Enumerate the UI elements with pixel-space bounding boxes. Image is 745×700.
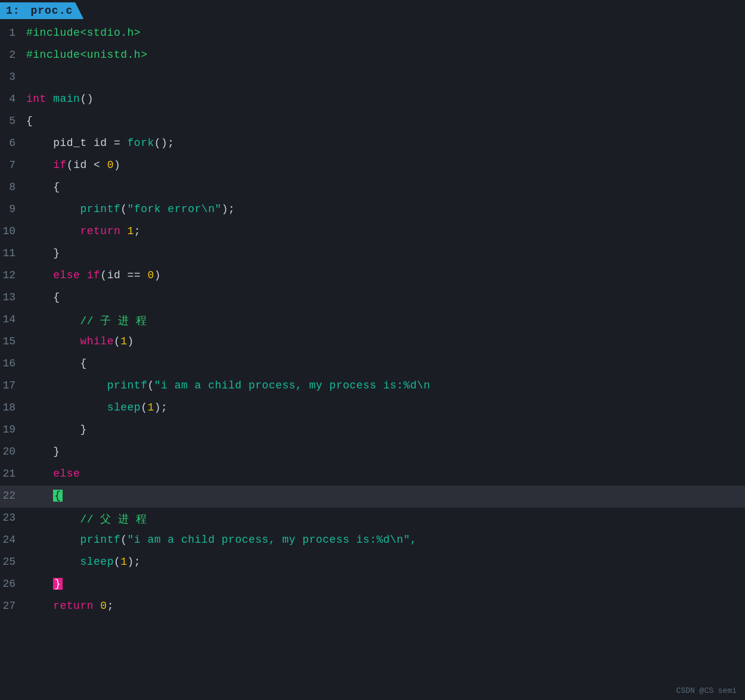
line-content: }	[24, 419, 745, 441]
line-number: 22	[0, 486, 24, 508]
line-content: // 父 进 程	[24, 508, 745, 530]
line-number: 19	[0, 419, 24, 441]
line-number: 10	[0, 221, 24, 243]
code-container: 1#include<stdio.h>2#include<unistd.h>34i…	[0, 23, 745, 618]
code-line: 22 {	[0, 486, 745, 508]
line-number: 7	[0, 155, 24, 177]
line-number: 21	[0, 463, 24, 486]
code-line: 6 pid_t id = fork();	[0, 133, 745, 155]
title-filename: proc.c	[30, 5, 73, 17]
line-content: }	[24, 574, 745, 596]
line-content: {	[24, 353, 745, 375]
code-line: 15 while(1)	[0, 331, 745, 353]
code-line: 4int main()	[0, 89, 745, 111]
line-number: 13	[0, 287, 24, 309]
watermark: CSDN @CS semi	[676, 686, 737, 695]
line-number: 15	[0, 331, 24, 353]
line-number: 27	[0, 596, 24, 618]
line-number: 23	[0, 508, 24, 530]
line-number: 25	[0, 552, 24, 574]
code-line: 7 if(id < 0)	[0, 155, 745, 177]
line-content: }	[24, 243, 745, 265]
code-line: 26 }	[0, 574, 745, 596]
code-line: 12 else if(id == 0)	[0, 265, 745, 287]
line-content: {	[24, 177, 745, 199]
line-content: // 子 进 程	[24, 309, 745, 331]
line-content: return 0;	[24, 596, 745, 618]
line-content: {	[24, 486, 745, 508]
line-content: while(1)	[24, 331, 745, 353]
code-line: 19 }	[0, 419, 745, 441]
code-line: 23 // 父 进 程	[0, 508, 745, 530]
title-tab: 1: proc.c	[0, 2, 83, 19]
line-number: 9	[0, 199, 24, 221]
line-number: 2	[0, 45, 24, 67]
line-content: return 1;	[24, 221, 745, 243]
line-content: }	[24, 441, 745, 463]
line-content: sleep(1);	[24, 397, 745, 419]
line-content	[24, 67, 745, 89]
line-number: 17	[0, 375, 24, 397]
line-number: 1	[0, 23, 24, 45]
line-number: 24	[0, 530, 24, 552]
line-number: 8	[0, 177, 24, 199]
line-number: 5	[0, 111, 24, 133]
code-line: 3	[0, 67, 745, 89]
line-number: 3	[0, 67, 24, 89]
code-line: 1#include<stdio.h>	[0, 23, 745, 45]
code-line: 20 }	[0, 441, 745, 463]
line-number: 18	[0, 397, 24, 419]
line-number: 12	[0, 265, 24, 287]
code-line: 13 {	[0, 287, 745, 309]
code-line: 24 printf("i am a child process, my proc…	[0, 530, 745, 552]
line-content: else	[24, 463, 745, 486]
line-number: 20	[0, 441, 24, 463]
line-content: printf("i am a child process, my process…	[24, 375, 745, 397]
line-content: if(id < 0)	[24, 155, 745, 177]
line-content: sleep(1);	[24, 552, 745, 574]
code-line: 9 printf("fork error\n");	[0, 199, 745, 221]
code-line: 14 // 子 进 程	[0, 309, 745, 331]
line-content: printf("fork error\n");	[24, 199, 745, 221]
code-line: 21 else	[0, 463, 745, 486]
line-content: {	[24, 111, 745, 133]
code-line: 18 sleep(1);	[0, 397, 745, 419]
line-number: 26	[0, 574, 24, 596]
line-number: 6	[0, 133, 24, 155]
line-content: {	[24, 287, 745, 309]
code-line: 16 {	[0, 353, 745, 375]
line-content: #include<unistd.h>	[24, 45, 745, 67]
line-content: pid_t id = fork();	[24, 133, 745, 155]
title-line-num: 1:	[6, 5, 20, 17]
code-line: 5{	[0, 111, 745, 133]
line-number: 11	[0, 243, 24, 265]
code-line: 25 sleep(1);	[0, 552, 745, 574]
line-number: 16	[0, 353, 24, 375]
code-line: 11 }	[0, 243, 745, 265]
line-content: printf("i am a child process, my process…	[24, 530, 745, 552]
code-line: 17 printf("i am a child process, my proc…	[0, 375, 745, 397]
code-line: 10 return 1;	[0, 221, 745, 243]
line-content: else if(id == 0)	[24, 265, 745, 287]
line-number: 14	[0, 309, 24, 331]
line-content: int main()	[24, 89, 745, 111]
code-line: 8 {	[0, 177, 745, 199]
line-number: 4	[0, 89, 24, 111]
code-line: 27 return 0;	[0, 596, 745, 618]
code-line: 2#include<unistd.h>	[0, 45, 745, 67]
line-content: #include<stdio.h>	[24, 23, 745, 45]
